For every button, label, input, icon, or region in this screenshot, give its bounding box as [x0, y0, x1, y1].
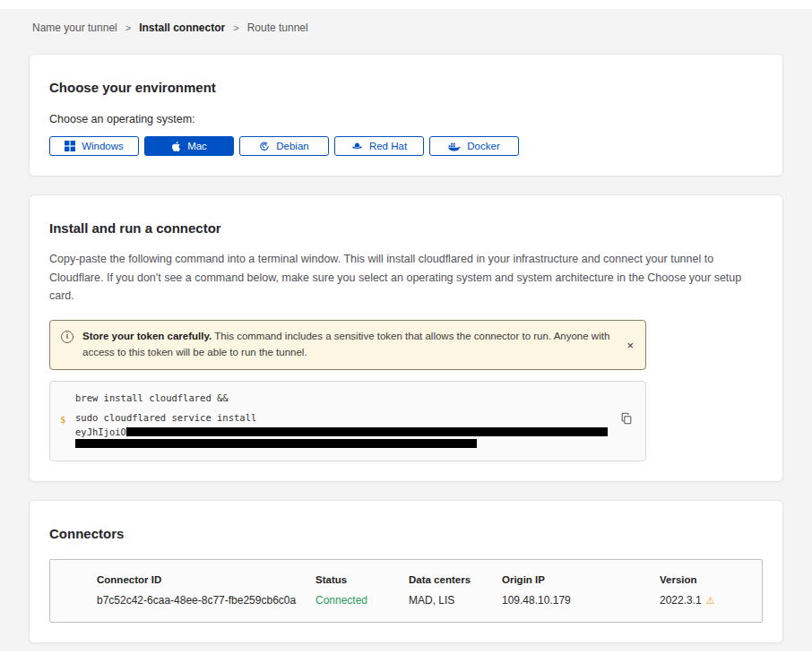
os-button-label: Debian	[276, 141, 308, 151]
connectors-table: Connector ID Status Data centers Origin …	[49, 559, 763, 623]
cell-data-centers: MAD, LIS	[409, 594, 502, 607]
redacted-token-bar	[126, 427, 608, 436]
install-card-title: Install and run a connector	[49, 220, 763, 236]
header-version: Version	[660, 574, 744, 585]
os-button-redhat[interactable]: Red Hat	[334, 136, 424, 156]
cell-version: 2022.3.1⚠	[660, 594, 744, 607]
version-value: 2022.3.1	[660, 594, 702, 607]
breadcrumb-separator: >	[233, 22, 238, 33]
close-icon[interactable]: ×	[622, 337, 638, 352]
apple-icon	[171, 141, 181, 152]
debian-icon	[259, 141, 270, 151]
token-warning-text: Store your token carefully. This command…	[82, 329, 618, 361]
table-header-row: Connector ID Status Data centers Origin …	[97, 574, 744, 585]
command-line-1: brew install cloudflared &&	[75, 392, 609, 404]
token-prefix: eyJhIjoiO	[75, 426, 126, 438]
cell-connector-id: b7c52c42-6caa-48ee-8c77-fbe259cb6c0a	[97, 594, 315, 607]
os-select-label: Choose an operating system:	[49, 113, 763, 125]
command-line-2: sudo cloudflared service install	[75, 411, 609, 424]
environment-card: Choose your environment Choose an operat…	[29, 54, 783, 177]
breadcrumb-step-name-your-tunnel[interactable]: Name your tunnel	[32, 22, 117, 34]
breadcrumb: Name your tunnel > Install connector > R…	[32, 22, 812, 34]
status-badge: Connected	[315, 594, 409, 607]
connectors-card: Connectors Connector ID Status Data cent…	[29, 500, 783, 643]
header-origin-ip: Origin IP	[502, 574, 660, 585]
docker-icon	[448, 142, 461, 151]
os-button-label: Red Hat	[369, 141, 407, 151]
windows-icon	[65, 141, 75, 151]
install-connector-card: Install and run a connector Copy-paste t…	[29, 194, 783, 482]
cell-origin-ip: 109.48.10.179	[502, 594, 660, 607]
os-button-label: Windows	[82, 141, 124, 151]
token-warning-title: Store your token carefully.	[82, 331, 212, 341]
breadcrumb-step-route-tunnel: Route tunnel	[247, 22, 308, 34]
breadcrumb-step-install-connector: Install connector	[139, 22, 225, 34]
breadcrumb-separator: >	[125, 22, 131, 33]
install-command-block: $ brew install cloudflared && sudo cloud…	[49, 381, 646, 462]
install-card-description: Copy-paste the following command into a …	[49, 250, 763, 306]
os-button-group: Windows Mac Debian Red Hat	[49, 136, 763, 156]
header-status: Status	[315, 574, 409, 585]
copy-icon[interactable]	[618, 410, 635, 429]
terminal-prompt: $	[60, 413, 65, 426]
redacted-token-bar	[75, 439, 477, 448]
connectors-card-title: Connectors	[49, 526, 763, 541]
info-icon: i	[61, 331, 73, 343]
page-background: Name your tunnel > Install connector > R…	[0, 9, 812, 651]
table-row: b7c52c42-6caa-48ee-8c77-fbe259cb6c0a Con…	[97, 594, 744, 607]
token-warning-banner: i Store your token carefully. This comma…	[49, 320, 646, 370]
os-button-mac[interactable]: Mac	[144, 136, 234, 156]
os-button-docker[interactable]: Docker	[429, 136, 519, 156]
header-data-centers: Data centers	[409, 574, 502, 585]
header-connector-id: Connector ID	[97, 574, 315, 585]
os-button-debian[interactable]: Debian	[239, 136, 329, 156]
token-line: eyJhIjoiO	[75, 426, 609, 438]
os-button-windows[interactable]: Windows	[49, 136, 139, 156]
os-button-label: Docker	[467, 141, 499, 151]
version-warning-icon: ⚠	[706, 595, 715, 606]
token-line-2	[75, 438, 609, 451]
os-button-label: Mac	[187, 141, 207, 151]
environment-card-title: Choose your environment	[49, 80, 763, 95]
redhat-icon	[351, 141, 363, 151]
